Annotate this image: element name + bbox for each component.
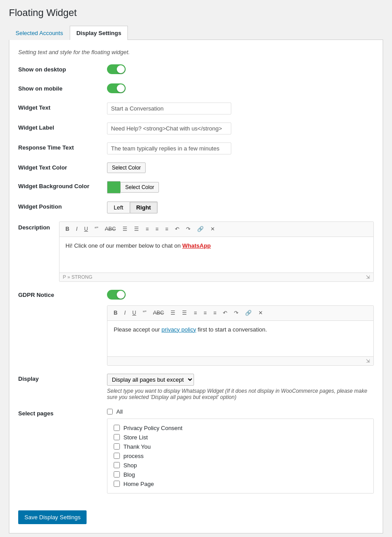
gdpr-align-left-button[interactable]: ≡	[191, 308, 199, 318]
page-blog-checkbox[interactable]	[114, 471, 120, 478]
gdpr-editor: B I U “” ABC ☰ ☰ ≡ ≡ ≡ ↶ ↷ 🔗 ✕	[107, 305, 374, 366]
gdpr-underline-button[interactable]: U	[130, 308, 139, 318]
gdpr-ordered-list-button[interactable]: ☰	[179, 308, 190, 318]
response-time-row: Response Time Text	[18, 142, 374, 154]
gdpr-strikethrough-button[interactable]: ABC	[150, 308, 167, 318]
show-mobile-toggle[interactable]	[107, 83, 126, 93]
save-display-settings-button[interactable]: Save Display Settings	[18, 510, 87, 524]
desc-link-button[interactable]: 🔗	[194, 224, 206, 234]
display-label: Display	[18, 374, 98, 382]
position-left-button[interactable]: Left	[107, 201, 130, 213]
page-thank-you-checkbox[interactable]	[114, 443, 120, 450]
tabs-bar: Selected Accounts Display Settings	[9, 26, 383, 40]
widget-text-color-label: Widget Text Color	[18, 162, 98, 171]
gdpr-redo-button[interactable]: ↷	[231, 308, 241, 318]
description-resize-handle[interactable]: ⇲	[366, 274, 370, 280]
list-item: Privacy Policy Consent	[114, 423, 367, 433]
widget-bg-color-button[interactable]: Select Color	[120, 182, 159, 193]
page-process-label: process	[123, 453, 144, 459]
desc-italic-button[interactable]: I	[73, 224, 80, 234]
description-content[interactable]: Hi! Click one of our member below to cha…	[59, 237, 373, 272]
show-desktop-label: Show on desktop	[18, 64, 98, 73]
gdpr-undo-button[interactable]: ↶	[220, 308, 230, 318]
display-row: Display Display all pages but except Dis…	[18, 374, 374, 400]
gdpr-toolbar: B I U “” ABC ☰ ☰ ≡ ≡ ≡ ↶ ↷ 🔗 ✕	[107, 306, 373, 321]
widget-text-label: Widget Text	[18, 103, 98, 111]
gdpr-unlink-button[interactable]: ✕	[256, 308, 265, 318]
response-time-input[interactable]	[107, 142, 231, 154]
widget-text-color-row: Widget Text Color Select Color	[18, 162, 374, 173]
tab-selected-accounts[interactable]: Selected Accounts	[9, 26, 70, 40]
desc-align-center-button[interactable]: ≡	[153, 224, 161, 234]
gdpr-notice-label: GDPR Notice	[18, 290, 98, 298]
widget-label-input[interactable]	[107, 122, 231, 134]
display-help-text: Select type you want to display Whatsapp…	[107, 388, 374, 400]
widget-position-label: Widget Position	[18, 201, 98, 210]
gdpr-align-right-button[interactable]: ≡	[210, 308, 219, 318]
desc-undo-button[interactable]: ↶	[172, 224, 182, 234]
gdpr-content[interactable]: Please accept our privacy policy first t…	[107, 321, 373, 356]
list-item: Store List	[114, 433, 367, 442]
gdpr-notice-row: GDPR Notice B I U “” ABC ☰ ☰ ≡	[18, 290, 374, 366]
display-settings-panel: Setting text and style for the floating …	[9, 40, 383, 533]
page-home-label: Home Page	[123, 481, 154, 487]
all-pages-row: All	[107, 408, 374, 415]
desc-underline-button[interactable]: U	[82, 224, 91, 234]
widget-position-row: Widget Position Left Right	[18, 201, 374, 213]
gdpr-italic-button[interactable]: I	[122, 308, 128, 318]
gdpr-bold-button[interactable]: B	[111, 308, 120, 318]
list-item: process	[114, 451, 367, 461]
widget-bg-color-swatch	[107, 181, 120, 193]
page-home-checkbox[interactable]	[114, 481, 120, 487]
all-pages-checkbox[interactable]	[107, 409, 113, 415]
gdpr-resize-handle[interactable]: ⇲	[366, 358, 370, 364]
page-store-list-checkbox[interactable]	[114, 434, 120, 440]
tab-display-settings[interactable]: Display Settings	[70, 26, 128, 40]
position-right-button[interactable]: Right	[130, 201, 158, 213]
gdpr-unordered-list-button[interactable]: ☰	[168, 308, 178, 318]
description-row: Description B I U “” ABC ☰ ☰ ≡ ≡ ≡ ↶	[18, 221, 374, 282]
display-select[interactable]: Display all pages but except Display on …	[107, 374, 194, 386]
desc-unordered-list-button[interactable]: ☰	[120, 224, 130, 234]
gdpr-blockquote-button[interactable]: “”	[140, 308, 149, 318]
widget-label-row: Widget Label	[18, 122, 374, 134]
show-mobile-row: Show on mobile	[18, 83, 374, 95]
list-item: Thank You	[114, 442, 367, 451]
desc-align-left-button[interactable]: ≡	[143, 224, 151, 234]
show-mobile-label: Show on mobile	[18, 83, 98, 92]
page-title: Floating Widget	[9, 7, 383, 19]
widget-position-group: Left Right	[107, 201, 374, 213]
desc-align-right-button[interactable]: ≡	[162, 224, 171, 234]
gdpr-align-center-button[interactable]: ≡	[201, 308, 209, 318]
widget-text-color-button[interactable]: Select Color	[107, 162, 146, 173]
description-path-indicator: P » STRONG	[63, 274, 92, 280]
gdpr-notice-toggle[interactable]	[107, 290, 126, 300]
widget-text-input[interactable]	[107, 103, 231, 115]
gdpr-link-button[interactable]: 🔗	[242, 308, 254, 318]
desc-strikethrough-button[interactable]: ABC	[102, 224, 119, 234]
page-shop-checkbox[interactable]	[114, 462, 120, 468]
description-editor: B I U “” ABC ☰ ☰ ≡ ≡ ≡ ↶ ↷ 🔗 ✕	[59, 221, 374, 282]
page-process-checkbox[interactable]	[114, 453, 120, 459]
desc-redo-button[interactable]: ↷	[183, 224, 193, 234]
response-time-label: Response Time Text	[18, 142, 98, 151]
description-label: Description	[18, 221, 50, 231]
list-item: Home Page	[114, 479, 367, 489]
widget-bg-color-row: Widget Background Color Select Color	[18, 181, 374, 193]
desc-bold-button[interactable]: B	[63, 224, 72, 234]
desc-unlink-button[interactable]: ✕	[208, 224, 218, 234]
widget-label-label: Widget Label	[18, 122, 98, 131]
page-shop-label: Shop	[123, 462, 137, 469]
page-privacy-policy-label: Privacy Policy Consent	[123, 425, 182, 431]
page-store-list-label: Store List	[123, 434, 148, 441]
description-toolbar: B I U “” ABC ☰ ☰ ≡ ≡ ≡ ↶ ↷ 🔗 ✕	[59, 222, 373, 237]
list-item: Shop	[114, 461, 367, 470]
widget-bg-color-label: Widget Background Color	[18, 181, 98, 190]
show-desktop-toggle[interactable]	[107, 64, 126, 74]
desc-ordered-list-button[interactable]: ☰	[131, 224, 142, 234]
page-privacy-policy-checkbox[interactable]	[114, 425, 120, 431]
select-pages-label: Select pages	[18, 408, 98, 417]
select-pages-row: Select pages All Privacy Policy Consent …	[18, 408, 374, 494]
pages-box: Privacy Policy Consent Store List Thank …	[107, 419, 374, 494]
desc-blockquote-button[interactable]: “”	[92, 224, 101, 234]
